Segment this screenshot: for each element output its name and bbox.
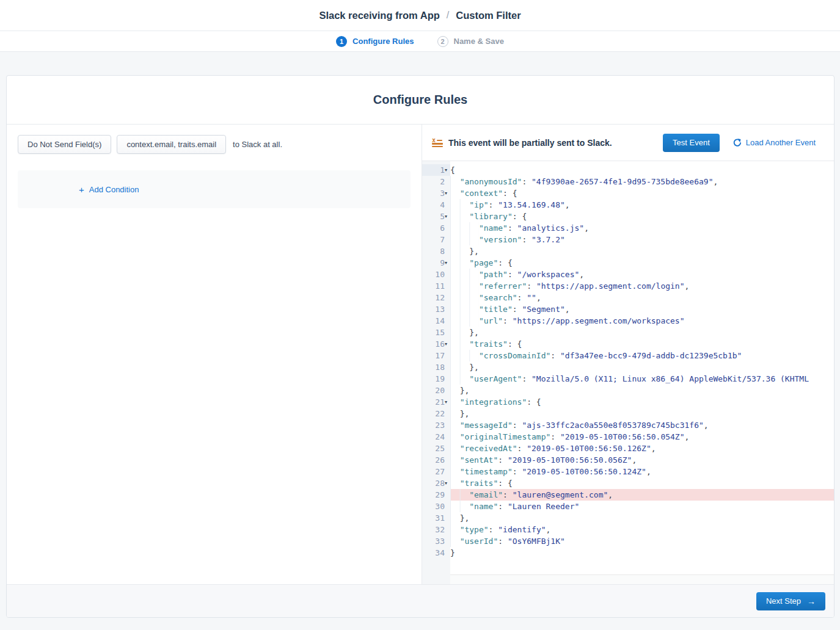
code-line[interactable]: 3▾"context": { xyxy=(422,187,834,199)
line-number[interactable]: 19 xyxy=(422,373,450,385)
line-number[interactable]: 33 xyxy=(422,535,450,547)
line-number[interactable]: 14 xyxy=(422,315,450,327)
line-number[interactable]: 2 xyxy=(422,176,450,187)
code-line[interactable]: 32"type": "identify", xyxy=(422,524,834,535)
line-number[interactable]: 7 xyxy=(422,234,450,245)
step-2-badge: 2 xyxy=(437,36,448,47)
editor-horizontal-scrollbar[interactable] xyxy=(450,574,834,584)
line-number[interactable]: 17 xyxy=(422,350,450,361)
code-line[interactable]: 1▾{ xyxy=(422,164,834,176)
line-number[interactable]: 25 xyxy=(422,443,450,454)
line-number[interactable]: 5▾ xyxy=(422,211,450,222)
code-line[interactable]: 21▾"integrations": { xyxy=(422,396,834,408)
line-number[interactable]: 12 xyxy=(422,292,450,303)
code-line[interactable]: 28▾"traits": { xyxy=(422,477,834,489)
test-event-button[interactable]: Test Event xyxy=(663,134,720,152)
code-line[interactable]: 25"receivedAt": "2019-05-10T00:56:50.126… xyxy=(422,443,834,454)
code-line[interactable]: 12"search": "", xyxy=(422,292,834,303)
line-number[interactable]: 1▾ xyxy=(422,164,450,176)
code-line[interactable]: 33"userId": "OsY6MFBj1K" xyxy=(422,535,834,547)
add-condition-button[interactable]: + Add Condition xyxy=(79,185,139,194)
code-line-content: "userId": "OsY6MFBj1K" xyxy=(450,535,834,547)
code-line[interactable]: 15}, xyxy=(422,327,834,338)
line-number[interactable]: 34 xyxy=(422,547,450,559)
code-line-content: "traits": { xyxy=(450,338,834,350)
line-number[interactable]: 24 xyxy=(422,431,450,443)
code-line[interactable]: 9▾"page": { xyxy=(422,257,834,269)
line-number[interactable]: 21▾ xyxy=(422,396,450,408)
line-number[interactable]: 20 xyxy=(422,385,450,396)
code-line[interactable]: 30"name": "Lauren Reeder" xyxy=(422,501,834,512)
step-configure-rules[interactable]: 1 Configure Rules xyxy=(336,36,414,47)
code-line[interactable]: 20}, xyxy=(422,385,834,396)
load-another-event-link[interactable]: Load Another Event xyxy=(732,138,816,147)
line-number[interactable]: 27 xyxy=(422,466,450,477)
fold-arrow-icon[interactable]: ▾ xyxy=(445,187,450,199)
code-line[interactable]: 13"title": "Segment", xyxy=(422,303,834,315)
line-number[interactable]: 23 xyxy=(422,419,450,431)
code-line-content: "type": "identify", xyxy=(450,524,834,535)
line-number[interactable]: 16▾ xyxy=(422,338,450,350)
code-line[interactable]: 6"name": "analytics.js", xyxy=(422,222,834,234)
fold-arrow-icon[interactable]: ▾ xyxy=(445,257,450,269)
filter-rule-row: Do Not Send Field(s) context.email, trai… xyxy=(18,135,411,154)
code-line[interactable]: 8}, xyxy=(422,245,834,257)
code-line-content: "userAgent": "Mozilla/5.0 (X11; Linux x8… xyxy=(450,373,834,385)
code-line[interactable]: 4"ip": "13.54.169.48", xyxy=(422,199,834,211)
line-number[interactable]: 3▾ xyxy=(422,187,450,199)
code-line[interactable]: 22}, xyxy=(422,408,834,419)
line-number[interactable]: 10 xyxy=(422,269,450,280)
code-line[interactable]: 19"userAgent": "Mozilla/5.0 (X11; Linux … xyxy=(422,373,834,385)
line-number[interactable]: 30 xyxy=(422,501,450,512)
code-line-content: "search": "", xyxy=(450,292,834,303)
code-line[interactable]: 34} xyxy=(422,547,834,559)
line-number[interactable]: 32 xyxy=(422,524,450,535)
step-name-save[interactable]: 2 Name & Save xyxy=(437,36,504,47)
line-number[interactable]: 18 xyxy=(422,361,450,373)
code-line[interactable]: 14"url": "https://app.segment.com/worksp… xyxy=(422,315,834,327)
code-line[interactable]: 10"path": "/workspaces", xyxy=(422,269,834,280)
code-line-content: "originalTimestamp": "2019-05-10T00:56:5… xyxy=(450,431,834,443)
code-line[interactable]: 16▾"traits": { xyxy=(422,338,834,350)
code-line-content: "sentAt": "2019-05-10T00:56:50.056Z", xyxy=(450,454,834,466)
line-number[interactable]: 28▾ xyxy=(422,477,450,489)
fold-arrow-icon[interactable]: ▾ xyxy=(445,338,450,350)
line-number[interactable]: 11 xyxy=(422,280,450,292)
code-line[interactable]: 2"anonymousId": "4f9390ae-2657-4fe1-9d95… xyxy=(422,176,834,187)
fold-arrow-icon[interactable]: ▾ xyxy=(445,164,450,176)
line-number[interactable]: 8 xyxy=(422,245,450,257)
code-line[interactable]: 26"sentAt": "2019-05-10T00:56:50.056Z", xyxy=(422,454,834,466)
code-line[interactable]: 18}, xyxy=(422,361,834,373)
do-not-send-fields-button[interactable]: Do Not Send Field(s) xyxy=(18,135,111,154)
code-line-content: "library": { xyxy=(450,211,834,222)
fold-arrow-icon[interactable]: ▾ xyxy=(445,396,450,408)
add-condition-label: Add Condition xyxy=(89,185,139,194)
code-line-content: "timestamp": "2019-05-10T00:56:50.124Z", xyxy=(450,466,834,477)
code-line[interactable]: 11"referrer": "https://app.segment.com/l… xyxy=(422,280,834,292)
json-event-editor[interactable]: 1▾{2"anonymousId": "4f9390ae-2657-4fe1-9… xyxy=(422,161,834,584)
code-line[interactable]: 29"email": "lauren@segment.com", xyxy=(422,489,834,501)
line-number[interactable]: 6 xyxy=(422,222,450,234)
code-line-content: "name": "analytics.js", xyxy=(450,222,834,234)
line-number[interactable]: 29 xyxy=(422,489,450,501)
code-line[interactable]: 17"crossDomainId": "df3a47ee-bcc9-479d-a… xyxy=(422,350,834,361)
line-number[interactable]: 26 xyxy=(422,454,450,466)
line-number[interactable]: 22 xyxy=(422,408,450,419)
code-line-content: "title": "Segment", xyxy=(450,303,834,315)
next-step-button[interactable]: Next Step → xyxy=(756,592,825,610)
code-line[interactable]: 5▾"library": { xyxy=(422,211,834,222)
line-number[interactable]: 9▾ xyxy=(422,257,450,269)
code-line[interactable]: 7"version": "3.7.2" xyxy=(422,234,834,245)
line-number[interactable]: 13 xyxy=(422,303,450,315)
code-line[interactable]: 23"messageId": "ajs-33ffc2ac0a550e8f0537… xyxy=(422,419,834,431)
code-line[interactable]: 24"originalTimestamp": "2019-05-10T00:56… xyxy=(422,431,834,443)
fold-arrow-icon[interactable]: ▾ xyxy=(445,477,450,489)
fold-arrow-icon[interactable]: ▾ xyxy=(445,211,450,222)
line-number[interactable]: 31 xyxy=(422,512,450,524)
line-number[interactable]: 15 xyxy=(422,327,450,338)
line-number[interactable]: 4 xyxy=(422,199,450,211)
code-line[interactable]: 31}, xyxy=(422,512,834,524)
code-line[interactable]: 27"timestamp": "2019-05-10T00:56:50.124Z… xyxy=(422,466,834,477)
step-indicator: 1 Configure Rules 2 Name & Save xyxy=(0,31,840,52)
selected-fields-button[interactable]: context.email, traits.email xyxy=(117,135,226,154)
